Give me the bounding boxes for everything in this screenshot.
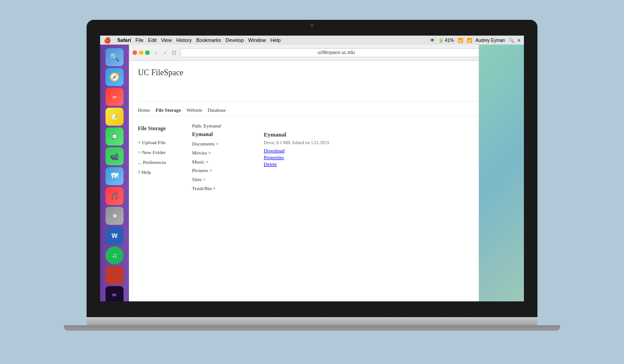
detail-delete-link[interactable]: Delete [264,161,329,167]
detail-name: Eymanal [264,131,329,138]
menubar-bookmarks[interactable]: Bookmarks [196,37,221,43]
browser-nav: ‹ › ⊡ [152,49,178,56]
page-content: UC FileSpace Eymanal Logout Account Help [129,61,524,301]
folder-item-movies[interactable]: Movies > [192,149,219,158]
ucfs-header: UC FileSpace Eymanal Logout Account Help [138,68,515,102]
dock-safari[interactable]: 🧭 [106,68,124,86]
dock-notes[interactable]: 📝 [106,108,124,126]
back-button[interactable]: ‹ [152,49,160,56]
content-row: Eymanal Documents > Movies > Music > Pic… [192,131,515,197]
menubar-battery-icon: 🔋 41% [438,38,454,43]
sidebar-upload[interactable]: + Upload File [138,137,183,147]
apple-menu[interactable]: 🍎 [104,37,111,44]
address-bar[interactable]: ucfilespace.uc.edu [180,48,492,57]
dock-messages[interactable]: 💬 [106,127,124,146]
folder-item-sites[interactable]: Sites > [192,175,219,184]
menubar-help[interactable]: Help [271,37,281,43]
folder-item-trash[interactable]: Trash/Bin > [192,184,219,193]
browser-window: ‹ › ⊡ ucfilespace.uc.edu ↻ ⬆ + [129,45,524,301]
menubar: 🍎 Safari File Edit View History Bookmark… [100,36,524,45]
ucfs-main: File Storage + Upload File > New Folder … [138,123,515,197]
dock-word[interactable]: W [106,227,124,245]
path-line: Path: Eymanal [192,123,515,128]
reader-button[interactable]: ⊡ [170,49,178,56]
menubar-view[interactable]: View [161,37,172,43]
ucfs-sidebar: File Storage + Upload File > New Folder … [138,123,183,197]
dock-premiere[interactable]: Pr [106,286,124,301]
dock-maps[interactable]: 🗺 [106,167,124,185]
traffic-lights [133,50,150,55]
folder-item-music[interactable]: Music > [192,158,219,167]
nav-file-storage[interactable]: File Storage [156,107,181,113]
sidebar-preferences[interactable]: ... Preferences [138,157,183,167]
detail-properties-link[interactable]: Properties [264,155,329,160]
desktop-background [479,45,524,301]
dock-calendar[interactable]: 25 [106,88,124,106]
folder-item-documents[interactable]: Documents > [192,140,219,149]
menubar-wifi-icon: 📶 [458,38,463,43]
nav-database[interactable]: Database [208,107,226,113]
ucfs-detail: Eymanal Drive, 8.1 MB. Edited on 1.21.20… [264,131,329,197]
detail-meta: Drive, 8.1 MB. Edited on 1.21.2019 [264,140,329,145]
ucfs-content: Path: Eymanal Eymanal Documents > Movies… [183,123,515,197]
menubar-notif-icon[interactable]: ≡ [518,38,520,43]
menubar-user: Audrey Eyman [476,38,505,43]
folder-item-pictures[interactable]: Pictures > [192,166,219,175]
menubar-develop[interactable]: Develop [225,37,243,43]
menubar-left: 🍎 Safari File Edit View History Bookmark… [104,37,280,44]
menubar-right: 👁 🔋 41% 📶 📶 Audrey Eyman 🔍 ≡ [430,38,520,43]
sidebar-new-folder[interactable]: > New Folder [138,147,183,157]
forward-button[interactable]: › [161,49,169,56]
ucfs-logo: UC FileSpace [138,68,184,77]
minimize-button[interactable] [139,50,143,55]
dock-systemprefs[interactable]: ⚙ [106,207,124,225]
screen-bottom-bar [87,317,537,325]
dock-itunes[interactable]: 🎵 [106,187,124,205]
menubar-screenshare-icon: 👁 [430,38,435,43]
sidebar-help[interactable]: ? Help [138,167,183,177]
screen-bezel: 🍎 Safari File Edit View History Bookmark… [87,20,537,317]
ucfs-page: UC FileSpace Eymanal Logout Account Help [129,61,524,301]
macbook: 🍎 Safari File Edit View History Bookmark… [64,20,560,344]
close-button[interactable] [133,50,137,55]
folder-section: Eymanal Documents > Movies > Music > Pic… [192,131,219,193]
menubar-time: 📶 [467,38,472,43]
menubar-search-icon[interactable]: 🔍 [509,38,514,43]
menubar-safari[interactable]: Safari [117,37,131,43]
dock-redapp[interactable] [106,266,124,284]
dock-spotify[interactable]: ♫ [106,246,124,264]
menubar-edit[interactable]: Edit [148,37,156,43]
dock-facetime[interactable]: 📹 [106,147,124,165]
ucfs-nav: Home File Storage Website Database [138,107,515,116]
sidebar-title: File Storage [138,123,183,134]
fullscreen-button[interactable] [145,50,150,55]
screen: 🍎 Safari File Edit View History Bookmark… [100,36,524,301]
detail-download-link[interactable]: Download [264,148,329,153]
menubar-window[interactable]: Window [248,37,266,43]
folder-name: Eymanal [192,131,219,138]
nav-home[interactable]: Home [138,107,150,113]
nav-website[interactable]: Website [186,107,202,113]
menubar-history[interactable]: History [176,37,192,43]
screen-content: 🔍 🧭 25 📝 💬 📹 🗺 🎵 ⚙ W ♫ Pr A [100,45,524,301]
browser-chrome: ‹ › ⊡ ucfilespace.uc.edu ↻ ⬆ + [129,45,524,61]
dock: 🔍 🧭 25 📝 💬 📹 🗺 🎵 ⚙ W ♫ Pr A [100,45,129,301]
hinge [64,325,560,331]
dock-finder[interactable]: 🔍 [106,48,124,66]
menubar-file[interactable]: File [136,37,144,43]
